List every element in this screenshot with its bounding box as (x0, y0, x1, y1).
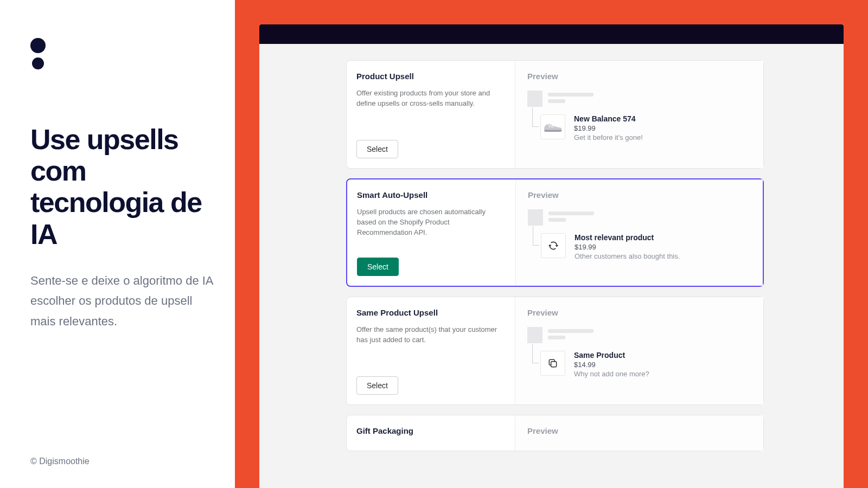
upsell-cards-list: Product Upsell Offer existing products f… (346, 60, 764, 451)
logo-dot-icon (30, 38, 46, 53)
svg-rect-0 (551, 362, 557, 367)
preview-product-row: Most relevant product $19.99 Other custo… (541, 233, 751, 260)
product-tagline: Get it before it's gone! (574, 133, 643, 142)
card-title: Gift Packaging (356, 426, 505, 435)
logo-dot-icon (32, 57, 44, 69)
upsell-card-product-upsell: Product Upsell Offer existing products f… (346, 60, 764, 169)
card-preview: Preview (515, 61, 763, 168)
upsell-card-smart-auto: Smart Auto-Upsell Upsell products are ch… (346, 178, 764, 287)
card-preview: Preview (515, 179, 763, 286)
skeleton-square-icon (528, 209, 543, 226)
page-subtext: Sente-se e deixe o algoritmo de IA escol… (30, 271, 213, 331)
product-name: Same Product (574, 351, 649, 359)
product-tagline: Why not add one more? (574, 370, 649, 378)
select-button[interactable]: Select (356, 376, 398, 395)
app-header-bar (259, 24, 844, 44)
preview-label: Preview (527, 308, 751, 317)
page-headline: Use upsells com tecnologia de IA (30, 124, 213, 250)
skeleton-square-icon (527, 91, 542, 107)
preview-product-row: New Balance 574 $19.99 Get it before it'… (540, 114, 751, 142)
skeleton-lines (548, 327, 593, 343)
card-title: Same Product Upsell (356, 308, 505, 317)
product-tagline: Other customers also bought this. (575, 252, 680, 260)
card-body: Product Upsell Offer existing products f… (347, 61, 515, 168)
select-button[interactable]: Select (356, 140, 398, 158)
product-price: $19.99 (574, 124, 643, 132)
preview-label: Preview (528, 190, 751, 200)
upsell-card-gift-packaging: Gift Packaging Preview (346, 415, 764, 451)
shoe-icon (543, 121, 563, 133)
preview-skeleton (527, 91, 751, 107)
tree-connector (532, 344, 539, 363)
upsell-card-same-product: Same Product Upsell Offer the same produ… (346, 297, 764, 405)
screenshot-frame: Product Upsell Offer existing products f… (235, 0, 868, 488)
card-title: Product Upsell (356, 72, 505, 81)
copyright-text: © Digismoothie (30, 457, 90, 466)
card-description: Offer existing products from your store … (356, 88, 505, 131)
card-description: Offer the same product(s) that your cust… (356, 325, 505, 368)
product-thumbnail (540, 114, 565, 139)
preview-label: Preview (527, 426, 751, 435)
select-button[interactable]: Select (357, 258, 399, 276)
card-title: Smart Auto-Upsell (357, 190, 506, 200)
card-preview: Preview (515, 415, 763, 451)
app-content: Product Upsell Offer existing products f… (259, 44, 844, 488)
preview-label: Preview (527, 72, 751, 81)
product-name: New Balance 574 (574, 114, 643, 123)
product-info: Same Product $14.99 Why not add one more… (574, 351, 649, 378)
brand-logo (30, 38, 213, 69)
card-body: Smart Auto-Upsell Upsell products are ch… (347, 179, 515, 286)
product-info: New Balance 574 $19.99 Get it before it'… (574, 114, 643, 142)
app-window: Product Upsell Offer existing products f… (259, 24, 844, 488)
card-body: Gift Packaging (347, 415, 515, 451)
preview-skeleton (528, 209, 751, 226)
duplicate-icon (547, 358, 558, 369)
card-description: Upsell products are chosen automatically… (357, 207, 506, 249)
tree-connector (533, 226, 539, 246)
product-thumbnail (540, 351, 565, 376)
preview-product-row: Same Product $14.99 Why not add one more… (540, 351, 751, 378)
preview-skeleton (527, 327, 751, 343)
marketing-panel: Use upsells com tecnologia de IA Sente-s… (0, 0, 235, 488)
product-price: $19.99 (575, 243, 680, 251)
refresh-icon (548, 240, 559, 251)
card-body: Same Product Upsell Offer the same produ… (347, 297, 515, 404)
product-name: Most relevant product (575, 233, 680, 242)
product-thumbnail (541, 233, 566, 258)
product-info: Most relevant product $19.99 Other custo… (575, 233, 680, 260)
skeleton-lines (548, 209, 594, 226)
tree-connector (532, 107, 539, 127)
skeleton-square-icon (527, 327, 542, 343)
product-price: $14.99 (574, 361, 649, 369)
skeleton-lines (548, 91, 593, 107)
card-preview: Preview (515, 297, 763, 404)
